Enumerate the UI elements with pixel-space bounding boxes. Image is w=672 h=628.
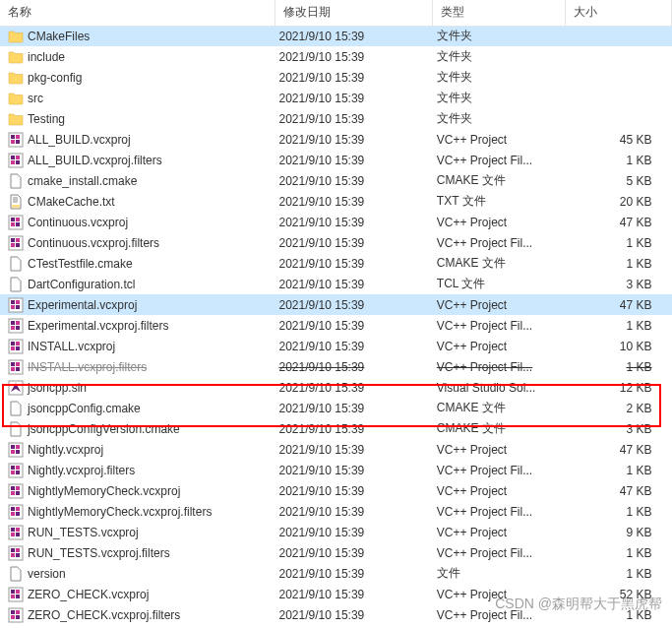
table-row[interactable]: ALL_BUILD.vcxproj2021/9/10 15:39VC++ Pro… — [0, 129, 672, 150]
svg-rect-50 — [11, 466, 15, 470]
column-header-name[interactable]: 名称 — [0, 0, 275, 26]
file-date: 2021/9/10 15:39 — [275, 108, 433, 129]
svg-rect-29 — [11, 321, 15, 325]
table-row[interactable]: jsoncpp.sln2021/9/10 15:39Visual Studio … — [0, 377, 672, 398]
file-type: Visual Studio Sol... — [433, 377, 565, 398]
table-row[interactable]: jsoncppConfig.cmake2021/9/10 15:39CMAKE … — [0, 398, 672, 418]
column-header-size[interactable]: 大小 — [565, 0, 671, 26]
svg-rect-6 — [11, 156, 15, 159]
file-type: TXT 文件 — [433, 191, 565, 212]
file-name: cmake_install.cmake — [28, 174, 137, 188]
file-type: VC++ Project Fil... — [433, 150, 565, 170]
file-date: 2021/9/10 15:39 — [275, 191, 433, 212]
vcxproj-icon — [8, 235, 24, 251]
vcxproj-icon — [8, 153, 24, 168]
file-type: VC++ Project — [433, 584, 565, 604]
file-type: CMAKE 文件 — [433, 253, 565, 274]
file-date: 2021/9/10 15:39 — [275, 480, 433, 501]
table-row[interactable]: Nightly.vcxproj.filters2021/9/10 15:39VC… — [0, 460, 672, 480]
file-name: Experimental.vcxproj — [28, 298, 137, 312]
file-type: VC++ Project — [433, 480, 565, 501]
table-row[interactable]: Continuous.vcxproj.filters2021/9/10 15:3… — [0, 232, 672, 253]
file-name: NightlyMemoryCheck.vcxproj — [28, 484, 180, 498]
file-name: CMakeCache.txt — [28, 195, 115, 209]
table-row[interactable]: ZERO_CHECK.vcxproj2021/9/10 15:39VC++ Pr… — [0, 584, 672, 604]
svg-rect-26 — [11, 305, 15, 309]
table-row[interactable]: Continuous.vcxproj2021/9/10 15:39VC++ Pr… — [0, 212, 672, 232]
file-size: 1 KB — [565, 150, 671, 170]
svg-rect-82 — [11, 615, 15, 619]
file-type: 文件夹 — [433, 108, 565, 129]
table-row[interactable]: INSTALL.vcxproj.filters2021/9/10 15:39VC… — [0, 356, 672, 377]
svg-rect-65 — [11, 528, 15, 532]
table-row[interactable]: ALL_BUILD.vcxproj.filters2021/9/10 15:39… — [0, 150, 672, 170]
table-row[interactable]: include2021/9/10 15:39文件夹 — [0, 46, 672, 67]
svg-rect-72 — [11, 553, 15, 557]
table-row[interactable]: CMakeCache.txt2021/9/10 15:39TXT 文件20 KB — [0, 191, 672, 212]
svg-rect-73 — [16, 553, 20, 557]
file-name: ALL_BUILD.vcxproj.filters — [28, 154, 162, 167]
file-name: RUN_TESTS.vcxproj — [28, 526, 139, 539]
svg-rect-14 — [11, 218, 15, 221]
table-row[interactable]: version2021/9/10 15:39文件1 KB — [0, 563, 672, 584]
file-size: 5 KB — [565, 170, 671, 191]
file-type: VC++ Project — [433, 129, 565, 150]
vcxproj-icon — [8, 132, 24, 148]
table-row[interactable]: pkg-config2021/9/10 15:39文件夹 — [0, 67, 672, 88]
file-type: VC++ Project — [433, 336, 565, 356]
file-size: 1 KB — [565, 232, 671, 253]
file-size: 1 KB — [565, 356, 671, 377]
file-date: 2021/9/10 15:39 — [275, 522, 433, 542]
file-size — [565, 67, 671, 88]
svg-rect-3 — [11, 140, 15, 144]
file-date: 2021/9/10 15:39 — [275, 232, 433, 253]
svg-rect-40 — [16, 362, 20, 366]
vcxproj-icon — [8, 587, 24, 602]
table-row[interactable]: Nightly.vcxproj2021/9/10 15:39VC++ Proje… — [0, 439, 672, 460]
svg-rect-75 — [11, 590, 15, 594]
table-row[interactable]: INSTALL.vcxproj2021/9/10 15:39VC++ Proje… — [0, 336, 672, 356]
table-row[interactable]: src2021/9/10 15:39文件夹 — [0, 88, 672, 108]
table-row[interactable]: DartConfiguration.tcl2021/9/10 15:39TCL … — [0, 274, 672, 294]
svg-rect-42 — [16, 367, 20, 371]
file-date: 2021/9/10 15:39 — [275, 46, 433, 67]
file-date: 2021/9/10 15:39 — [275, 212, 433, 232]
svg-rect-1 — [11, 135, 15, 139]
table-row[interactable]: NightlyMemoryCheck.vcxproj2021/9/10 15:3… — [0, 480, 672, 501]
file-type: VC++ Project Fil... — [433, 356, 565, 377]
table-row[interactable]: ZERO_CHECK.vcxproj.filters2021/9/10 15:3… — [0, 604, 672, 625]
table-row[interactable]: cmake_install.cmake2021/9/10 15:39CMAKE … — [0, 170, 672, 191]
file-size: 9 KB — [565, 522, 671, 542]
svg-rect-52 — [11, 471, 15, 474]
file-rows-container: CMakeFiles2021/9/10 15:39文件夹include2021/… — [0, 26, 672, 625]
table-row[interactable]: Experimental.vcxproj.filters2021/9/10 15… — [0, 315, 672, 336]
vcxproj-icon — [8, 545, 24, 561]
svg-rect-58 — [16, 491, 20, 495]
file-name: CMakeFiles — [28, 30, 90, 43]
table-row[interactable]: CMakeFiles2021/9/10 15:39文件夹 — [0, 26, 672, 46]
table-row[interactable]: jsoncppConfigVersion.cmake2021/9/10 15:3… — [0, 418, 672, 439]
svg-rect-2 — [16, 135, 20, 139]
column-header-type[interactable]: 类型 — [433, 0, 565, 26]
svg-rect-31 — [11, 326, 15, 330]
table-row[interactable]: Experimental.vcxproj2021/9/10 15:39VC++ … — [0, 294, 672, 315]
table-row[interactable]: RUN_TESTS.vcxproj2021/9/10 15:39VC++ Pro… — [0, 522, 672, 542]
file-name: Nightly.vcxproj — [28, 443, 103, 457]
file-date: 2021/9/10 15:39 — [275, 501, 433, 522]
file-name: ZERO_CHECK.vcxproj — [28, 588, 149, 601]
file-size: 1 KB — [565, 253, 671, 274]
svg-rect-83 — [16, 615, 20, 619]
file-date: 2021/9/10 15:39 — [275, 88, 433, 108]
column-header-date[interactable]: 修改日期 — [275, 0, 433, 26]
table-row[interactable]: NightlyMemoryCheck.vcxproj.filters2021/9… — [0, 501, 672, 522]
file-name: jsoncppConfig.cmake — [28, 402, 141, 415]
file-explorer: 名称 修改日期 类型 大小 CMakeFiles2021/9/10 15:39文… — [0, 0, 672, 625]
table-row[interactable]: RUN_TESTS.vcxproj.filters2021/9/10 15:39… — [0, 542, 672, 563]
txt-icon — [8, 194, 24, 210]
file-name: Continuous.vcxproj.filters — [28, 236, 159, 250]
svg-rect-17 — [16, 222, 20, 226]
svg-rect-41 — [11, 367, 15, 371]
table-row[interactable]: CTestTestfile.cmake2021/9/10 15:39CMAKE … — [0, 253, 672, 274]
file-type: VC++ Project — [433, 212, 565, 232]
table-row[interactable]: Testing2021/9/10 15:39文件夹 — [0, 108, 672, 129]
